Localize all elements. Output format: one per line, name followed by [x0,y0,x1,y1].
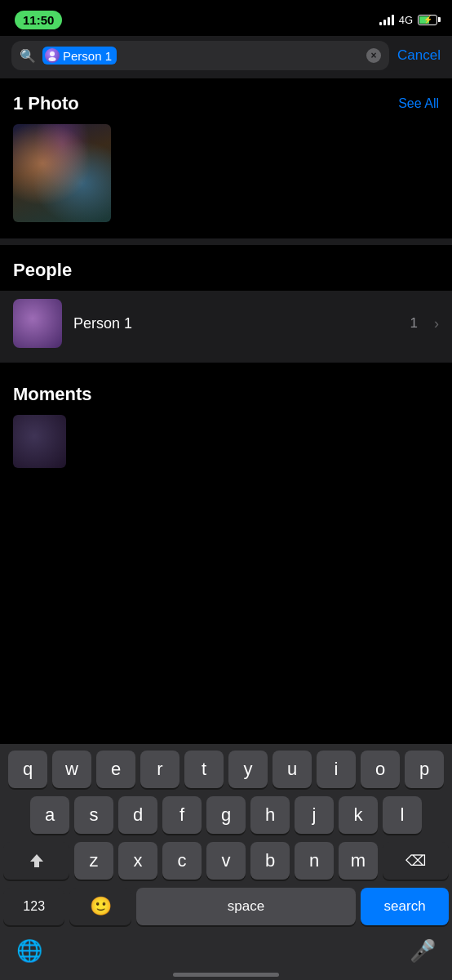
microphone-icon[interactable]: 🎤 [410,938,436,964]
signal-bar-1 [379,22,382,25]
key-n[interactable]: n [295,842,334,880]
chevron-right-icon: › [434,315,439,332]
key-p[interactable]: p [405,751,444,788]
status-time: 11:50 [15,11,62,29]
battery-indicator: ⚡ [418,15,437,25]
key-x[interactable]: x [118,842,157,880]
photos-header: 1 Photo See All [0,78,452,124]
people-header: People [0,245,452,291]
signal-bar-4 [392,15,394,25]
search-input-container[interactable]: 🔍 Person 1 × [11,41,389,70]
key-t[interactable]: t [184,751,224,788]
photos-see-all[interactable]: See All [398,96,439,111]
key-f[interactable]: f [162,796,202,834]
key-b[interactable]: b [250,842,290,880]
key-q[interactable]: q [8,751,47,788]
key-e[interactable]: e [96,751,135,788]
photos-title: 1 Photo [13,93,79,114]
emoji-key[interactable]: 🙂 [69,888,131,925]
network-type: 4G [399,14,413,26]
section-divider-1 [0,238,452,245]
photo-thumb-inner [13,124,111,222]
photo-thumbnail[interactable] [13,124,111,222]
section-divider-2 [0,356,452,363]
keyboard-row-2: a s d f g h j k l [3,796,449,834]
status-right: 4G ⚡ [379,14,437,26]
key-u[interactable]: u [273,751,312,788]
battery-body: ⚡ [418,15,437,25]
search-key[interactable]: search [361,888,449,925]
key-h[interactable]: h [250,796,290,834]
person-name: Person 1 [73,315,399,332]
key-z[interactable]: z [74,842,113,880]
keyboard-rows: q w e r t y u i o p a s d f g h j k l [0,744,452,925]
key-s[interactable]: s [74,796,113,834]
search-clear-button[interactable]: × [366,48,381,63]
keyboard: q w e r t y u i o p a s d f g h j k l [0,744,452,980]
moments-thumbnail[interactable] [13,415,66,468]
svg-point-0 [50,51,55,56]
key-r[interactable]: r [140,751,179,788]
delete-key[interactable]: ⌫ [383,842,449,880]
key-m[interactable]: m [339,842,378,880]
key-g[interactable]: g [206,796,246,834]
shift-icon [28,852,46,870]
key-a[interactable]: a [30,796,69,834]
globe-icon[interactable]: 🌐 [16,938,42,964]
person-count: 1 [410,315,418,332]
content-area: 1 Photo See All People Person 1 1 › Mome… [0,78,452,468]
search-icon: 🔍 [20,48,36,64]
home-indicator [173,973,279,977]
search-bar: 🔍 Person 1 × Cancel [0,36,452,78]
search-tag-label: Person 1 [63,49,112,63]
key-w[interactable]: w [52,751,91,788]
keyboard-row-4: 123 🙂 space search [3,888,449,925]
search-tag[interactable]: Person 1 [42,47,117,65]
person-tag-avatar [45,48,60,63]
people-section: People Person 1 1 › [0,245,452,356]
key-y[interactable]: y [228,751,268,788]
key-d[interactable]: d [118,796,157,834]
keyboard-row-3: z x c v b n m ⌫ [3,842,449,880]
people-title: People [13,260,72,281]
shift-key[interactable] [3,842,69,880]
moments-title: Moments [13,384,92,405]
key-i[interactable]: i [317,751,356,788]
battery-bolt-icon: ⚡ [423,16,432,24]
key-c[interactable]: c [162,842,202,880]
moments-header: Moments [0,369,452,415]
status-bar: 11:50 4G ⚡ [0,0,452,36]
space-key[interactable]: space [136,888,356,925]
person-row[interactable]: Person 1 1 › [0,291,452,356]
key-k[interactable]: k [339,796,378,834]
person-avatar [13,299,62,348]
key-j[interactable]: j [295,796,334,834]
key-v[interactable]: v [206,842,246,880]
key-o[interactable]: o [361,751,400,788]
svg-point-1 [49,57,56,61]
photo-grid [0,124,452,238]
key-l[interactable]: l [383,796,422,834]
photos-section: 1 Photo See All [0,78,452,238]
cancel-button[interactable]: Cancel [397,47,441,64]
signal-bar-2 [383,20,386,25]
keyboard-row-1: q w e r t y u i o p [3,751,449,788]
signal-bar-3 [388,17,390,25]
num-key[interactable]: 123 [3,888,64,925]
signal-bars [379,14,394,25]
moments-section: Moments [0,369,452,468]
